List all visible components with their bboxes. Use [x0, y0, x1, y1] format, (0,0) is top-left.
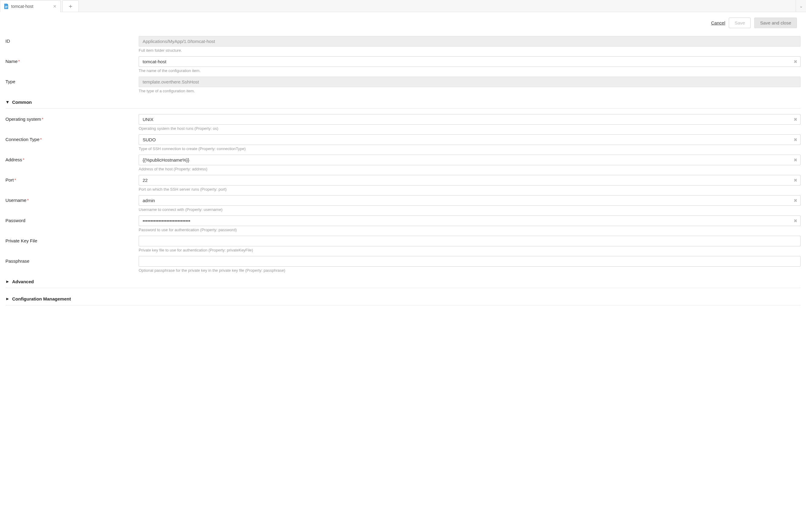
chevron-right-icon: ▸ [5, 279, 10, 284]
label-connection-type: Connection Type* [5, 134, 139, 142]
os-field[interactable] [139, 114, 801, 125]
section-advanced-header[interactable]: ▸ Advanced [5, 274, 801, 287]
clear-icon[interactable]: ✖ [793, 178, 798, 183]
row-address: Address* ✖ Address of the host (Property… [5, 152, 801, 172]
save-button[interactable]: Save [729, 18, 751, 28]
row-type: Type The type of a configuration item. [5, 74, 801, 94]
label-password: Password [5, 215, 139, 223]
divider [5, 288, 801, 288]
row-connection-type: Connection Type* ✖ Type of SSH connectio… [5, 132, 801, 152]
label-os: Operating system* [5, 114, 139, 122]
row-password: Password ✖ Password to use for authentic… [5, 213, 801, 233]
row-passphrase: Passphrase Optional passphrase for the p… [5, 253, 801, 274]
save-and-close-button[interactable]: Save and close [754, 18, 797, 28]
hint-passphrase: Optional passphrase for the private key … [139, 268, 801, 273]
clear-icon[interactable]: ✖ [793, 137, 798, 142]
chevron-down-icon: ▾ [5, 99, 10, 105]
label-id: ID [5, 36, 139, 43]
add-tab-button[interactable]: ＋ [62, 0, 79, 12]
close-icon[interactable]: ✕ [53, 4, 57, 9]
hint-connection-type: Type of SSH connection to create (Proper… [139, 147, 801, 151]
row-port: Port* ✖ Port on which the SSH server run… [5, 172, 801, 193]
section-common-label: Common [12, 99, 32, 105]
tab-tomcat-host[interactable]: tomcat-host ✕ [0, 0, 60, 12]
form-area: ID Full item folder structure. Name* ✖ T… [0, 31, 806, 321]
hint-type: The type of a configuration item. [139, 89, 801, 93]
label-username: Username* [5, 195, 139, 203]
svg-rect-0 [5, 6, 7, 6]
section-config-mgmt-header[interactable]: ▸ Configuration Management [5, 291, 801, 304]
tab-bar: tomcat-host ✕ ＋ ⌄ [0, 0, 806, 12]
row-private-key-file: Private Key File Private key file to use… [5, 233, 801, 253]
passphrase-field[interactable] [139, 256, 801, 267]
label-passphrase: Passphrase [5, 256, 139, 264]
hint-port: Port on which the SSH server runs (Prope… [139, 187, 801, 192]
document-icon [4, 4, 9, 9]
plus-icon: ＋ [68, 2, 74, 10]
private-key-file-field[interactable] [139, 236, 801, 246]
type-field [139, 77, 801, 87]
chevron-down-icon: ⌄ [799, 4, 803, 8]
password-field[interactable] [139, 215, 801, 226]
tab-label: tomcat-host [11, 4, 51, 9]
clear-icon[interactable]: ✖ [793, 198, 798, 203]
hint-private-key-file: Private key file to use for authenticati… [139, 248, 801, 252]
cancel-link[interactable]: Cancel [711, 20, 726, 25]
actions-row: Cancel Save Save and close [0, 12, 806, 31]
hint-name: The name of the configuration item. [139, 69, 801, 73]
label-type: Type [5, 77, 139, 84]
address-field[interactable] [139, 155, 801, 165]
hint-username: Username to connect with (Property: user… [139, 207, 801, 212]
section-advanced-label: Advanced [12, 279, 34, 284]
hint-id: Full item folder structure. [139, 48, 801, 53]
hint-address: Address of the host (Property: address) [139, 167, 801, 171]
clear-icon[interactable]: ✖ [793, 117, 798, 122]
required-mark: * [18, 59, 20, 64]
label-name: Name* [5, 56, 139, 64]
label-private-key-file: Private Key File [5, 236, 139, 243]
tab-bar-spacer [79, 0, 796, 12]
label-port: Port* [5, 175, 139, 183]
divider [5, 108, 801, 109]
hint-password: Password to use for authentication (Prop… [139, 228, 801, 232]
section-common-header[interactable]: ▾ Common [5, 94, 801, 108]
id-field [139, 36, 801, 46]
section-config-mgmt-label: Configuration Management [12, 296, 71, 301]
username-field[interactable] [139, 195, 801, 206]
clear-icon[interactable]: ✖ [793, 59, 798, 64]
label-address: Address* [5, 155, 139, 162]
row-id: ID Full item folder structure. [5, 34, 801, 54]
row-username: Username* ✖ Username to connect with (Pr… [5, 193, 801, 213]
connection-type-field[interactable] [139, 134, 801, 145]
row-os: Operating system* ✖ Operating system the… [5, 112, 801, 132]
tab-overflow-dropdown[interactable]: ⌄ [796, 0, 806, 12]
chevron-right-icon: ▸ [5, 296, 10, 301]
clear-icon[interactable]: ✖ [793, 157, 798, 163]
clear-icon[interactable]: ✖ [793, 218, 798, 224]
divider [5, 305, 801, 305]
name-field[interactable] [139, 56, 801, 67]
hint-os: Operating system the host runs (Property… [139, 126, 801, 131]
svg-rect-2 [5, 7, 7, 8]
row-name: Name* ✖ The name of the configuration it… [5, 54, 801, 74]
port-field[interactable] [139, 175, 801, 186]
